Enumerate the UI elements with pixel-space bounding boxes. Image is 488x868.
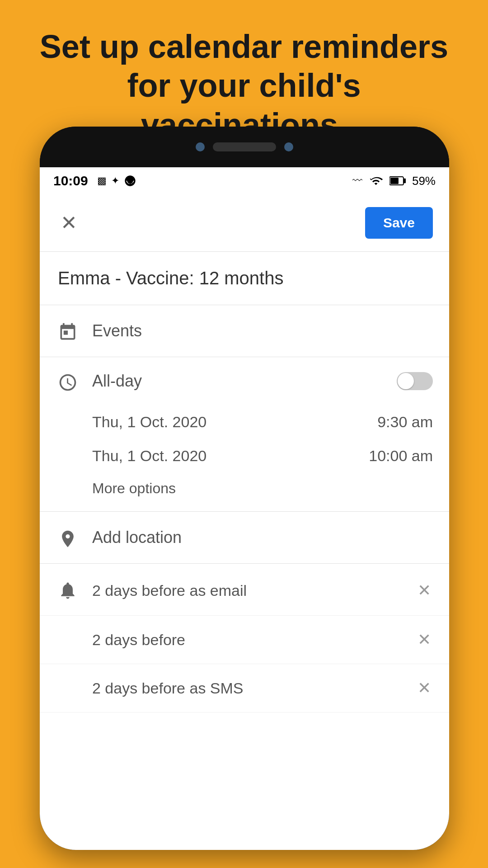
status-right: 〰 59%: [352, 174, 436, 188]
toolbar: ✕ Save: [40, 194, 449, 252]
allday-label: All-day: [92, 372, 142, 391]
chrome-icon: [124, 175, 136, 187]
calendar-icon: [56, 322, 80, 342]
nav-icon: ✦: [111, 175, 119, 187]
notification-row-1: 2 days before ✕: [40, 616, 449, 664]
more-options-label[interactable]: More options: [92, 480, 176, 496]
vibrate-icon: 〰: [352, 175, 362, 187]
more-options[interactable]: More options: [92, 473, 433, 499]
camera-dot-right: [284, 142, 293, 151]
allday-row: All-day: [40, 357, 449, 405]
toggle-knob: [398, 373, 414, 389]
speaker: [213, 142, 276, 151]
start-datetime-row[interactable]: Thu, 1 Oct. 2020 9:30 am: [92, 405, 433, 439]
events-section: Events: [40, 305, 449, 357]
notification-text-1: 2 days before: [92, 631, 403, 649]
screen-icon: ▩: [97, 175, 107, 187]
allday-toggle[interactable]: [397, 372, 433, 390]
notification-text-2: 2 days before as SMS: [92, 679, 403, 697]
status-time: 10:09: [53, 173, 88, 189]
camera-dot-left: [196, 142, 205, 151]
start-time[interactable]: 9:30 am: [377, 413, 433, 431]
app-content: ✕ Save Emma - Vaccine: 12 months Events: [40, 194, 449, 850]
notification-row-0: 2 days before as email ✕: [40, 564, 449, 616]
notifications-section: 2 days before as email ✕ 2 days before ✕…: [40, 564, 449, 712]
location-icon: [56, 529, 80, 549]
phone-shell: 10:09 ▩ ✦ 〰 59%: [40, 127, 449, 850]
close-icon: ✕: [61, 213, 77, 233]
battery-percent: 59%: [412, 174, 436, 188]
location-row[interactable]: Add location: [40, 512, 449, 564]
notification-close-0[interactable]: ✕: [416, 579, 433, 602]
location-label[interactable]: Add location: [92, 528, 182, 547]
status-icons: ▩ ✦: [97, 175, 136, 187]
status-bar: 10:09 ▩ ✦ 〰 59%: [40, 167, 449, 194]
events-label[interactable]: Events: [92, 321, 142, 340]
notification-close-2[interactable]: ✕: [416, 677, 433, 699]
notification-text-0: 2 days before as email: [92, 582, 403, 599]
wifi-icon: [369, 175, 383, 187]
end-date[interactable]: Thu, 1 Oct. 2020: [92, 447, 206, 465]
events-content: Events: [92, 320, 433, 342]
close-button[interactable]: ✕: [56, 210, 81, 236]
svg-rect-2: [404, 179, 406, 183]
save-button[interactable]: Save: [365, 207, 433, 239]
svg-rect-3: [390, 178, 399, 184]
bell-icon: [56, 580, 80, 600]
datetime-section: Thu, 1 Oct. 2020 9:30 am Thu, 1 Oct. 202…: [40, 405, 449, 512]
toggle-track: [397, 372, 433, 390]
notification-close-1[interactable]: ✕: [416, 628, 433, 651]
start-date[interactable]: Thu, 1 Oct. 2020: [92, 413, 206, 431]
battery-icon: [389, 175, 406, 187]
event-title[interactable]: Emma - Vaccine: 12 months: [40, 252, 449, 305]
phone-top-bar: [40, 127, 449, 167]
end-datetime-row[interactable]: Thu, 1 Oct. 2020 10:00 am: [92, 439, 433, 473]
notification-row-2: 2 days before as SMS ✕: [40, 664, 449, 712]
clock-icon: [56, 373, 80, 392]
end-time[interactable]: 10:00 am: [369, 447, 433, 465]
